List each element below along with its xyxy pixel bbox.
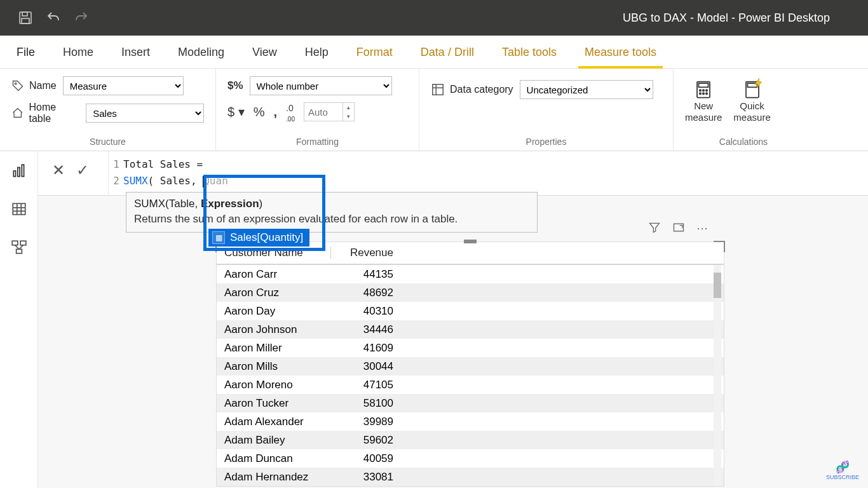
- formula-bar[interactable]: ✕ ✓ 1 2 Total Sales = SUMX( Sales, Quan: [38, 151, 868, 196]
- scroll-thumb[interactable]: [714, 273, 721, 298]
- visual-header-toolbar: ⋯: [648, 221, 709, 235]
- group-label-formatting: Formatting: [216, 137, 419, 147]
- cell-revenue: 33081: [331, 471, 401, 484]
- cell-customer: Adam Duncan: [217, 452, 331, 465]
- table-row[interactable]: Adam Alexander39989: [217, 412, 724, 431]
- quick-measure-button[interactable]: Quickmeasure: [733, 80, 770, 123]
- new-measure-button[interactable]: Newmeasure: [685, 80, 722, 123]
- currency-button[interactable]: $ ▾: [227, 104, 245, 119]
- cell-customer: Aaron Moreno: [217, 379, 331, 391]
- decimal-places-stepper[interactable]: ▴▾: [304, 102, 355, 121]
- cell-customer: Aaron Cruz: [217, 287, 331, 299]
- model-view-icon[interactable]: [10, 238, 29, 257]
- group-properties: Data category Uncategorized Properties: [419, 69, 674, 151]
- group-calculations: Newmeasure Quickmeasure Calculations: [674, 69, 813, 151]
- suggestion-text: Sales[Quantity]: [230, 231, 303, 244]
- tooltip-signature: SUMX(Table, Expression): [134, 198, 529, 210]
- svg-point-14: [706, 93, 708, 95]
- svg-point-10: [703, 90, 705, 92]
- intellisense-tooltip: SUMX(Table, Expression) Returns the sum …: [126, 192, 538, 233]
- save-icon[interactable]: [18, 10, 33, 25]
- data-view-icon[interactable]: [10, 200, 29, 219]
- cell-customer: Aaron Johnson: [217, 323, 331, 336]
- cancel-edit-icon[interactable]: ✕: [52, 161, 65, 179]
- tab-data-drill[interactable]: Data / Drill: [408, 36, 487, 69]
- cell-revenue: 40059: [331, 452, 401, 465]
- intellisense-suggestion[interactable]: ▦ Sales[Quantity]: [208, 229, 309, 247]
- tab-file[interactable]: File: [4, 36, 48, 69]
- tab-home[interactable]: Home: [50, 36, 106, 69]
- tab-modeling[interactable]: Modeling: [165, 36, 237, 69]
- group-label-structure: Structure: [0, 137, 215, 147]
- report-view-icon[interactable]: [10, 161, 29, 180]
- decimal-button[interactable]: .0.00: [286, 103, 295, 123]
- tab-help[interactable]: Help: [292, 36, 341, 69]
- cell-revenue: 40310: [331, 305, 401, 318]
- focus-mode-icon[interactable]: [672, 221, 685, 235]
- ribbon-tabs: File Home Insert Modeling View Help Form…: [0, 36, 868, 69]
- table-row[interactable]: Aaron Miller41609: [217, 339, 724, 357]
- group-label-calculations: Calculations: [674, 137, 813, 147]
- resize-handle[interactable]: [464, 240, 477, 243]
- table-row[interactable]: Aaron Johnson34446: [217, 320, 724, 339]
- filter-icon[interactable]: [648, 221, 661, 235]
- svg-rect-4: [433, 85, 444, 95]
- data-category-select[interactable]: Uncategorized: [520, 80, 653, 99]
- tab-format[interactable]: Format: [344, 36, 405, 69]
- more-options-icon[interactable]: ⋯: [696, 221, 709, 235]
- group-structure: Name Measure Home table Sales Structure: [0, 69, 216, 151]
- table-row[interactable]: Aaron Tucker58100: [217, 394, 724, 412]
- commit-edit-icon[interactable]: ✓: [76, 161, 89, 179]
- cell-customer: Adam Alexander: [217, 416, 331, 428]
- dax-editor[interactable]: Total Sales = SUMX( Sales, Quan: [123, 151, 868, 195]
- table-row[interactable]: Aaron Cruz48692: [217, 283, 724, 302]
- cell-revenue: 48692: [331, 287, 401, 299]
- cell-customer: Adam Hernandez: [217, 471, 331, 484]
- table-row[interactable]: Adam Duncan40059: [217, 449, 724, 468]
- line-gutter: 1 2: [108, 151, 123, 195]
- svg-point-13: [703, 93, 705, 95]
- data-category-label: Data category: [431, 83, 513, 97]
- tab-measure-tools[interactable]: Measure tools: [572, 36, 669, 69]
- svg-point-12: [700, 93, 702, 95]
- undo-icon[interactable]: [46, 10, 61, 25]
- cell-revenue: 47105: [331, 379, 401, 391]
- decimal-places-input[interactable]: [304, 107, 342, 118]
- tab-view[interactable]: View: [240, 36, 290, 69]
- svg-rect-2: [22, 18, 29, 24]
- column-header-revenue[interactable]: Revenue: [331, 247, 401, 259]
- table-row[interactable]: Adam Bailey59602: [217, 431, 724, 449]
- table-row[interactable]: Aaron Mills30044: [217, 357, 724, 376]
- scrollbar[interactable]: [714, 265, 721, 486]
- format-symbol-icon: $%: [227, 79, 243, 92]
- tab-table-tools[interactable]: Table tools: [489, 36, 569, 69]
- cell-revenue: 58100: [331, 397, 401, 410]
- svg-point-3: [15, 83, 17, 85]
- svg-rect-17: [13, 171, 15, 177]
- svg-point-11: [706, 90, 708, 92]
- thousands-button[interactable]: ,: [273, 105, 277, 119]
- cell-revenue: 30044: [331, 360, 401, 373]
- table-visual[interactable]: Customer Name Revenue Aaron Carr44135Aar…: [216, 241, 724, 487]
- cell-customer: Aaron Carr: [217, 268, 331, 281]
- svg-rect-8: [699, 83, 709, 87]
- cell-revenue: 59602: [331, 434, 401, 447]
- table-row[interactable]: Aaron Day40310: [217, 302, 724, 320]
- stepper-down-icon[interactable]: ▾: [343, 112, 354, 121]
- percent-button[interactable]: %: [254, 105, 265, 119]
- dna-icon: 🧬: [826, 460, 859, 474]
- stepper-up-icon[interactable]: ▴: [343, 103, 354, 112]
- column-header-customer[interactable]: Customer Name: [217, 247, 331, 259]
- cell-revenue: 44135: [331, 268, 401, 281]
- name-input[interactable]: Measure: [63, 76, 184, 95]
- table-row[interactable]: Adam Hernandez33081: [217, 468, 724, 486]
- cell-customer: Aaron Tucker: [217, 397, 331, 410]
- table-row[interactable]: Aaron Carr44135: [217, 265, 724, 283]
- redo-icon[interactable]: [74, 10, 89, 25]
- resize-handle[interactable]: [714, 241, 725, 252]
- cell-revenue: 34446: [331, 323, 401, 336]
- home-table-select[interactable]: Sales: [86, 104, 204, 123]
- tab-insert[interactable]: Insert: [109, 36, 163, 69]
- format-select[interactable]: Whole number: [250, 76, 392, 95]
- table-row[interactable]: Aaron Moreno47105: [217, 376, 724, 394]
